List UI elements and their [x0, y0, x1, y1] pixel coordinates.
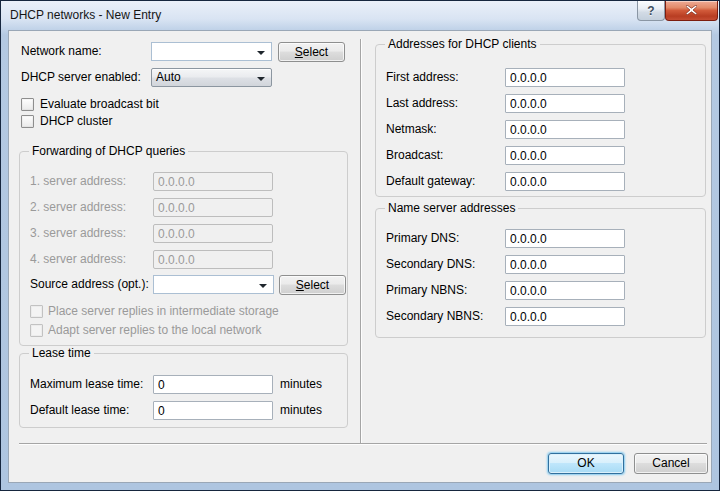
- lease-time-group: Lease time Maximum lease time: minutes D…: [19, 353, 348, 428]
- primary-nbns-input[interactable]: [505, 281, 625, 300]
- first-address-input[interactable]: [505, 68, 625, 87]
- netmask-input[interactable]: [505, 120, 625, 139]
- close-icon: [686, 5, 697, 15]
- lease-time-group-title: Lease time: [29, 346, 94, 361]
- server-enabled-label: DHCP server enabled:: [21, 68, 141, 87]
- network-name-combobox[interactable]: [151, 42, 272, 61]
- broadcast-label: Broadcast:: [386, 146, 443, 165]
- secondary-nbns-input[interactable]: [505, 307, 625, 326]
- source-select-button[interactable]: Select: [279, 275, 346, 295]
- server3-input: [153, 224, 273, 243]
- max-lease-label: Maximum lease time:: [30, 375, 143, 394]
- cancel-button[interactable]: Cancel: [634, 453, 708, 474]
- column-divider: [360, 39, 362, 444]
- dhcp-cluster-checkbox[interactable]: [21, 115, 34, 128]
- server4-label: 4. server address:: [30, 250, 126, 269]
- server1-input: [153, 172, 273, 191]
- name-servers-group-title: Name server addresses: [385, 201, 518, 216]
- network-select-button[interactable]: Select: [278, 42, 345, 62]
- last-address-input[interactable]: [505, 94, 625, 113]
- primary-dns-label: Primary DNS:: [386, 229, 459, 248]
- ok-button[interactable]: OK: [548, 453, 624, 474]
- title-bar[interactable]: DHCP networks - New Entry: [1, 1, 719, 29]
- adapt-replies-checkbox: [30, 324, 43, 337]
- primary-nbns-label: Primary NBNS:: [386, 281, 467, 300]
- help-button[interactable]: ?: [637, 1, 665, 21]
- server2-label: 2. server address:: [30, 198, 126, 217]
- window-title: DHCP networks - New Entry: [10, 8, 161, 22]
- broadcast-input[interactable]: [505, 146, 625, 165]
- forwarding-group: Forwarding of DHCP queries 1. server add…: [19, 151, 348, 346]
- dialog-body: Network name: Select DHCP server enabled…: [8, 30, 712, 483]
- server3-label: 3. server address:: [30, 224, 126, 243]
- last-address-label: Last address:: [386, 94, 458, 113]
- default-gateway-input[interactable]: [505, 172, 625, 191]
- server-enabled-value: Auto: [152, 69, 271, 86]
- client-addresses-group-title: Addresses for DHCP clients: [385, 37, 540, 52]
- adapt-replies-label: Adapt server replies to the local networ…: [48, 321, 261, 340]
- default-lease-input[interactable]: [153, 401, 273, 420]
- server2-input: [153, 198, 273, 217]
- secondary-dns-input[interactable]: [505, 255, 625, 274]
- secondary-nbns-label: Secondary NBNS:: [386, 307, 483, 326]
- server1-label: 1. server address:: [30, 172, 126, 191]
- server4-input: [153, 250, 273, 269]
- netmask-label: Netmask:: [386, 120, 437, 139]
- chevron-down-icon: [257, 51, 265, 55]
- default-gateway-label: Default gateway:: [386, 172, 475, 191]
- client-addresses-group: Addresses for DHCP clients First address…: [375, 44, 706, 197]
- max-lease-unit: minutes: [280, 375, 322, 394]
- first-address-label: First address:: [386, 68, 459, 87]
- footer-divider: [19, 443, 707, 445]
- forwarding-group-title: Forwarding of DHCP queries: [29, 144, 188, 159]
- default-lease-label: Default lease time:: [30, 401, 129, 420]
- dialog-window: DHCP networks - New Entry ? Network name…: [0, 0, 720, 491]
- intermediate-storage-checkbox: [30, 305, 43, 318]
- primary-dns-input[interactable]: [505, 229, 625, 248]
- network-name-label: Network name:: [21, 42, 102, 61]
- close-button[interactable]: [665, 1, 718, 21]
- dhcp-cluster-label: DHCP cluster: [40, 112, 112, 131]
- source-address-combobox[interactable]: [153, 275, 274, 294]
- chevron-down-icon: [259, 284, 267, 288]
- intermediate-storage-label: Place server replies in intermediate sto…: [48, 302, 279, 321]
- default-lease-unit: minutes: [280, 401, 322, 420]
- name-servers-group: Name server addresses Primary DNS: Secon…: [375, 208, 706, 338]
- evaluate-broadcast-checkbox[interactable]: [21, 98, 34, 111]
- help-icon: ?: [647, 4, 654, 18]
- secondary-dns-label: Secondary DNS:: [386, 255, 475, 274]
- chevron-down-icon: [257, 77, 265, 81]
- server-enabled-dropdown[interactable]: Auto: [151, 68, 272, 87]
- max-lease-input[interactable]: [153, 375, 273, 394]
- source-address-label: Source address (opt.):: [30, 275, 149, 294]
